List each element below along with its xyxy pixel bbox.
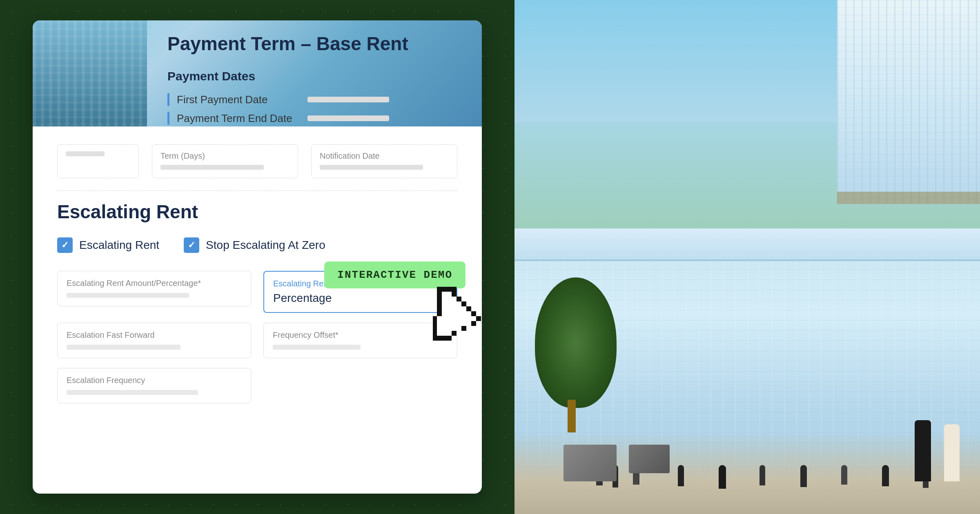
tree-trunk: [568, 400, 576, 432]
escalating-amount-field[interactable]: Escalating Rent Amount/Percentage*: [57, 271, 251, 313]
left-panel: Payment Term – Base Rent Payment Dates F…: [0, 0, 514, 514]
empty-field-left: [57, 144, 139, 178]
escalating-type-value: Percentage: [273, 292, 332, 305]
svg-rect-52: [471, 321, 476, 326]
person-silhouette-5: [719, 465, 726, 489]
escalating-amount-input[interactable]: Escalating Rent Amount/Percentage*: [57, 271, 251, 306]
frequency-offset-value: [273, 345, 361, 350]
notification-date-label: Notification Date: [320, 151, 449, 161]
card: Payment Term – Base Rent Payment Dates F…: [33, 20, 482, 494]
escalation-inputs-row2: Escalation Fast Forward Frequency Offset…: [57, 323, 457, 358]
svg-rect-32: [466, 311, 471, 316]
escalating-amount-label: Escalating Rent Amount/Percentage*: [67, 279, 242, 288]
card-body: Term (Days) Notification Date Escalating…: [33, 126, 482, 430]
escalating-rent-section: Escalating Rent ✓ Escalating Rent ✓ Stop…: [57, 201, 457, 403]
svg-rect-25: [466, 306, 471, 311]
date-bar-indicator: [167, 93, 169, 106]
tree-canopy: [535, 277, 617, 408]
svg-rect-31: [461, 311, 466, 316]
escalating-rent-checkbox-label: Escalating Rent: [79, 239, 159, 252]
stop-escalating-checkbox-label: Stop Escalating At Zero: [206, 239, 325, 252]
end-date-label: Payment Term End Date: [177, 112, 299, 125]
page-title: Payment Term – Base Rent: [167, 33, 461, 55]
svg-rect-24: [461, 306, 466, 311]
end-date-bar-indicator: [167, 112, 169, 125]
payment-dates-label: Payment Dates: [167, 69, 461, 83]
first-payment-date-value: [307, 97, 389, 102]
escalation-frequency-label: Escalation Frequency: [67, 376, 242, 385]
person-silhouette-8: [841, 465, 847, 485]
escalation-inputs-row3: Escalation Frequency: [57, 368, 457, 403]
frequency-offset-label: Frequency Offset*: [273, 330, 448, 340]
term-days-label: Term (Days): [160, 151, 290, 161]
escalation-inputs-row1: Escalating Rent Amount/Percentage* Escal…: [57, 271, 457, 313]
svg-rect-34: [433, 316, 438, 321]
svg-rect-51: [466, 321, 471, 326]
checkmark-icon: ✓: [61, 241, 69, 250]
stone-block-2: [629, 445, 670, 473]
photo-background: [514, 0, 980, 514]
notification-date-value: [320, 165, 423, 170]
escalating-amount-value: [67, 293, 189, 298]
select-value-row: Percentage ▾: [273, 292, 448, 305]
background-tall-building: [837, 0, 980, 204]
svg-rect-43: [476, 316, 481, 321]
svg-rect-18: [461, 301, 466, 306]
stop-escalating-checkbox-box[interactable]: ✓: [184, 237, 199, 253]
svg-rect-41: [466, 316, 471, 321]
dropdown-arrow-icon: ▾: [443, 293, 448, 304]
person-large-2: [944, 424, 960, 481]
svg-rect-38: [452, 316, 457, 321]
end-date-value: [307, 115, 389, 121]
escalation-frequency-value: [67, 390, 198, 395]
svg-rect-33: [471, 311, 476, 316]
svg-rect-40: [461, 316, 466, 321]
escalating-rent-checkbox[interactable]: ✓ Escalating Rent: [57, 237, 159, 253]
svg-rect-50: [461, 321, 466, 326]
tree-group: [535, 269, 617, 432]
svg-rect-30: [457, 311, 461, 316]
escalation-frequency-field[interactable]: Escalation Frequency: [57, 368, 251, 403]
interactive-demo-badge: INTERACTIVE DEMO: [324, 261, 466, 288]
escalation-frequency-input[interactable]: Escalation Frequency: [57, 368, 251, 403]
first-payment-date-row: First Payment Date: [167, 93, 461, 106]
first-payment-date-label: First Payment Date: [177, 93, 299, 106]
card-image: Payment Term – Base Rent Payment Dates F…: [33, 20, 482, 126]
svg-rect-42: [471, 316, 476, 321]
svg-rect-35: [437, 316, 442, 321]
section-divider: [57, 191, 457, 191]
frequency-offset-field[interactable]: Frequency Offset*: [263, 323, 457, 358]
person-silhouette-7: [800, 465, 807, 487]
person-large-1: [915, 420, 931, 481]
building-thumbnail: [33, 20, 147, 126]
escalation-fast-forward-value: [67, 345, 180, 350]
building-windows-pattern: [837, 0, 980, 204]
end-date-row: Payment Term End Date: [167, 112, 461, 125]
checkboxes-row: ✓ Escalating Rent ✓ Stop Escalating At Z…: [57, 237, 457, 253]
escalation-fast-forward-input[interactable]: Escalation Fast Forward: [57, 323, 251, 358]
overhang: [514, 228, 980, 261]
empty-field-right: [263, 368, 457, 403]
svg-rect-37: [447, 316, 452, 321]
person-silhouette-9: [882, 465, 889, 486]
escalating-rent-title: Escalating Rent: [57, 201, 457, 223]
stone-block-1: [564, 445, 617, 481]
stop-escalating-checkbox[interactable]: ✓ Stop Escalating At Zero: [184, 237, 325, 253]
svg-rect-36: [442, 316, 447, 321]
frequency-offset-input[interactable]: Frequency Offset*: [263, 323, 457, 358]
escalation-fast-forward-label: Escalation Fast Forward: [67, 330, 242, 340]
payment-dates-section: Payment Dates First Payment Date Payment…: [167, 69, 461, 125]
escalating-rent-checkbox-box[interactable]: ✓: [57, 237, 73, 253]
term-days-value: [160, 165, 264, 170]
right-panel-photo: [514, 0, 980, 514]
svg-rect-39: [457, 316, 461, 321]
escalation-fast-forward-field[interactable]: Escalation Fast Forward: [57, 323, 251, 358]
escalating-type-field[interactable]: Escalating Rent Type* Percentage ▾: [263, 271, 457, 313]
svg-rect-59: [461, 326, 466, 331]
person-silhouette-6: [760, 465, 765, 485]
stop-escalating-checkmark-icon: ✓: [188, 241, 195, 250]
person-silhouette-4: [678, 465, 684, 486]
building-base-stripe: [837, 192, 980, 204]
